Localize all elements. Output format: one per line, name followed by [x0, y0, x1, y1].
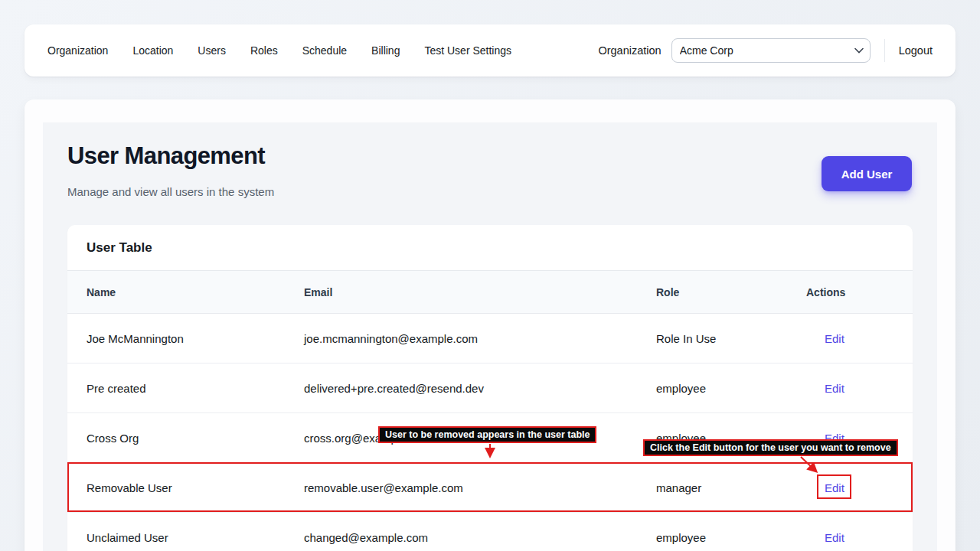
- organization-select-label: Organization: [598, 44, 661, 57]
- page-subtitle: Manage and view all users in the system: [67, 185, 274, 198]
- nav-right-group: Organization Acme Corp Logout: [598, 38, 933, 63]
- cell-name: Joe McMannington: [67, 332, 285, 345]
- user-table-card: User Table Name Email Role Actions Joe M…: [67, 225, 913, 551]
- annotation-tooltip-step1: User to be removed appears in the user t…: [378, 426, 596, 443]
- table-column-headers: Name Email Role Actions: [67, 270, 913, 314]
- cell-email: changed@example.com: [285, 531, 637, 544]
- table-row: Joe McMannington joe.mcmannington@exampl…: [67, 314, 913, 364]
- edit-user-button[interactable]: Edit: [825, 481, 844, 494]
- cell-email: joe.mcmannington@example.com: [285, 332, 637, 345]
- table-row-removable-user: Removable User removable.user@example.co…: [67, 463, 913, 513]
- table-row: Pre created delivered+pre.created@resend…: [67, 364, 913, 413]
- table-row: Unclaimed User changed@example.com emplo…: [67, 513, 913, 551]
- nav-item-schedule[interactable]: Schedule: [302, 44, 347, 57]
- cell-actions: Edit: [787, 332, 913, 345]
- cell-email: delivered+pre.created@resend.dev: [285, 382, 637, 395]
- edit-user-button[interactable]: Edit: [825, 382, 844, 395]
- edit-user-button[interactable]: Edit: [825, 531, 844, 544]
- cell-name: Removable User: [67, 481, 285, 494]
- nav-item-users[interactable]: Users: [198, 44, 226, 57]
- column-header-name: Name: [67, 286, 285, 298]
- user-management-panel: User Management Manage and view all user…: [43, 122, 937, 551]
- nav-divider: [884, 39, 885, 62]
- user-table-header: User Table: [67, 225, 913, 270]
- column-header-role: Role: [637, 286, 787, 298]
- column-header-actions: Actions: [787, 286, 913, 298]
- nav-item-location[interactable]: Location: [132, 44, 173, 57]
- top-navigation: Organization Location Users Roles Schedu…: [24, 24, 956, 77]
- cell-role: employee: [637, 531, 787, 544]
- user-table-title: User Table: [87, 240, 152, 256]
- cell-name: Pre created: [67, 382, 285, 395]
- nav-links: Organization Location Users Roles Schedu…: [47, 44, 511, 57]
- page-title: User Management: [67, 142, 265, 170]
- add-user-button[interactable]: Add User: [822, 156, 912, 191]
- cell-actions: Edit: [787, 382, 913, 395]
- nav-item-roles[interactable]: Roles: [250, 44, 278, 57]
- cell-name: Cross Org: [67, 432, 285, 445]
- cell-actions: Edit: [787, 481, 913, 494]
- nav-item-organization[interactable]: Organization: [47, 44, 108, 57]
- cell-actions: Edit: [787, 531, 913, 544]
- edit-user-button[interactable]: Edit: [825, 332, 844, 345]
- organization-select[interactable]: Acme Corp: [671, 38, 871, 63]
- main-card: User Management Manage and view all user…: [24, 99, 956, 551]
- cell-role: Role In Use: [637, 332, 787, 345]
- cell-name: Unclaimed User: [67, 531, 285, 544]
- logout-button[interactable]: Logout: [899, 44, 933, 57]
- column-header-email: Email: [285, 286, 637, 298]
- annotation-tooltip-step2: Click the Edit button for the user you w…: [643, 439, 898, 456]
- nav-item-test-user-settings[interactable]: Test User Settings: [424, 44, 511, 57]
- nav-item-billing[interactable]: Billing: [371, 44, 400, 57]
- cell-role: employee: [637, 382, 787, 395]
- cell-role: manager: [637, 481, 787, 494]
- organization-select-wrap: Acme Corp: [671, 38, 871, 63]
- cell-email: removable.user@example.com: [285, 481, 637, 494]
